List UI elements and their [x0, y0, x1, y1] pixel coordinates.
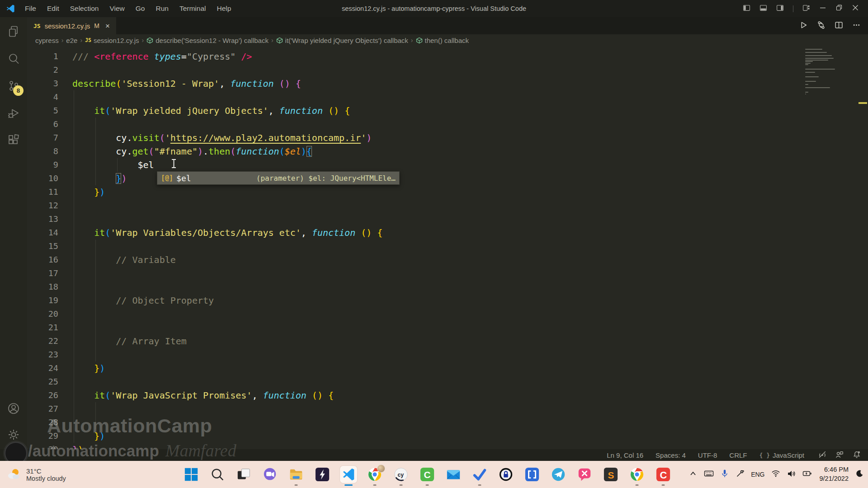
code-line[interactable]: 18 [27, 280, 868, 294]
code-line[interactable]: 3describe('Session12 - Wrap', function (… [27, 77, 868, 90]
feedback-icon[interactable] [835, 450, 844, 460]
sublime-text-icon[interactable]: S [602, 466, 619, 483]
status-indentation[interactable]: Spaces: 4 [656, 451, 686, 459]
menu-view[interactable]: View [104, 3, 129, 14]
menu-selection[interactable]: Selection [65, 3, 104, 14]
run-debug-icon[interactable] [3, 102, 24, 124]
chrome-profile-icon[interactable] [366, 466, 383, 483]
menu-go[interactable]: Go [131, 3, 150, 14]
code-line[interactable]: 22 // Array Item [27, 334, 868, 348]
split-editor-icon[interactable] [835, 21, 843, 31]
code-line[interactable]: 10 }) [27, 172, 868, 185]
editor-pane[interactable]: 1/// <reference types="Cypress" />23desc… [27, 46, 868, 449]
code-line[interactable]: 5 it('Wrap yielded jQuery Objects', func… [27, 104, 868, 117]
task-view-icon[interactable] [235, 466, 252, 483]
layout-sidebar-left-icon[interactable] [743, 4, 750, 14]
red-c-app-icon[interactable]: C [655, 466, 672, 483]
code-line[interactable]: 13 [27, 212, 868, 226]
weather-widget[interactable]: 31°C Mostly cloudy [6, 461, 66, 488]
search-icon[interactable] [3, 48, 24, 70]
volume-icon[interactable] [787, 470, 796, 479]
code-line[interactable]: 28 [27, 416, 868, 429]
breadcrumb-item[interactable]: cypress [35, 37, 59, 44]
telegram-icon[interactable] [550, 466, 567, 483]
file-explorer-icon[interactable] [288, 466, 305, 483]
code-line[interactable]: 16 // Variable [27, 253, 868, 267]
todo-icon[interactable] [471, 466, 488, 483]
code-line[interactable]: 17 [27, 267, 868, 280]
code-line[interactable]: 19 // Object Property [27, 294, 868, 307]
wifi-icon[interactable] [771, 470, 780, 479]
code-line[interactable]: 2 [27, 63, 868, 77]
status-language-mode[interactable]: { }JavaScript [759, 451, 804, 459]
code-line[interactable]: 6 [27, 117, 868, 131]
breadcrumb-item[interactable]: it('Wrap yielded jQuery Objects') callba… [276, 37, 408, 44]
microphone-icon[interactable] [721, 469, 729, 480]
menu-run[interactable]: Run [151, 3, 173, 14]
code-line[interactable]: 21 [27, 321, 868, 334]
settings-gear-icon[interactable] [3, 424, 24, 446]
code-line[interactable]: 8 cy.get("#fname").then(function($el){ [27, 145, 868, 158]
menu-file[interactable]: File [20, 3, 41, 14]
code-line[interactable]: 1/// <reference types="Cypress" /> [27, 50, 868, 63]
cypress-icon[interactable]: cy [392, 466, 410, 483]
notifications-bell-icon[interactable] [853, 450, 861, 460]
start-icon[interactable] [183, 466, 200, 483]
breadcrumb-item[interactable]: then() callback [416, 37, 469, 44]
search-icon[interactable] [209, 466, 226, 483]
status-cursor-position[interactable]: Ln 9, Col 16 [607, 451, 643, 459]
menu-edit[interactable]: Edit [42, 3, 64, 14]
status-encoding[interactable]: UTF-8 [698, 451, 717, 459]
suggest-item-selected[interactable]: [@] $el (parameter) $el: JQuery<HTMLEle… [157, 172, 399, 184]
code-area[interactable]: 1/// <reference types="Cypress" />23desc… [27, 50, 868, 449]
clock[interactable]: 6:46 PM 9/21/2022 [819, 465, 849, 483]
chrome-icon[interactable] [628, 466, 646, 483]
code-line[interactable]: 23 [27, 348, 868, 361]
code-line[interactable]: 24 }) [27, 361, 868, 375]
teams-chat-icon[interactable] [261, 466, 278, 483]
minimap[interactable] [805, 49, 858, 139]
code-line[interactable]: 15 [27, 239, 868, 253]
brackets-app-icon[interactable] [524, 466, 541, 483]
touch-keyboard-icon[interactable] [704, 469, 714, 479]
vscode-icon[interactable] [340, 466, 357, 483]
breadcrumb-item[interactable]: describe('Session12 - Wrap') callback [146, 37, 269, 44]
code-line[interactable]: 11 }) [27, 185, 868, 199]
code-line[interactable]: 29 }) [27, 429, 868, 443]
code-line[interactable]: 4 [27, 90, 868, 104]
dark-app-icon[interactable] [314, 466, 331, 483]
restore-button[interactable] [835, 4, 843, 13]
breadcrumb-item[interactable]: e2e [66, 37, 77, 44]
run-file-icon[interactable] [799, 21, 808, 31]
code-line[interactable]: 26 it('Wrap JavaScript Promises', functi… [27, 389, 868, 402]
code-line[interactable]: 25 [27, 375, 868, 389]
code-line[interactable]: 30}) [27, 443, 868, 449]
mail-icon[interactable] [445, 466, 462, 483]
menu-help[interactable]: Help [212, 3, 236, 14]
source-control-icon[interactable]: 8 [3, 75, 24, 97]
code-line[interactable]: 9 $el [27, 158, 868, 172]
code-line[interactable]: 20 [27, 307, 868, 321]
code-line[interactable]: 27 [27, 402, 868, 416]
vscode-logo-icon[interactable] [5, 4, 15, 14]
status-eol-sequence[interactable]: CRLF [729, 451, 747, 459]
tab-close-icon[interactable]: × [105, 22, 110, 30]
input-language[interactable]: ENG [751, 471, 764, 478]
code-line[interactable]: 12 [27, 199, 868, 212]
layout-panel-icon[interactable] [760, 4, 767, 14]
accounts-icon[interactable] [3, 398, 24, 419]
menu-terminal[interactable]: Terminal [175, 3, 211, 14]
pen-icon[interactable] [736, 469, 744, 480]
open-changes-icon[interactable] [817, 21, 826, 31]
minimize-button[interactable] [819, 4, 826, 13]
breadcrumb-item[interactable]: JSsession12.cy.js [85, 37, 139, 44]
code-line[interactable]: 7 cy.visit('https://www.play2.automation… [27, 131, 868, 145]
code-line[interactable]: 14 it('Wrap Variables/Objects/Arrays etc… [27, 226, 868, 239]
customize-layout-icon[interactable] [802, 4, 810, 14]
extensions-icon[interactable] [3, 129, 24, 151]
camtasia-icon[interactable]: C [419, 466, 436, 483]
battery-icon[interactable] [802, 470, 812, 479]
screencast-off-icon[interactable] [818, 450, 826, 460]
keepass-icon[interactable] [497, 466, 514, 483]
do-not-disturb-moon-icon[interactable] [855, 469, 863, 479]
